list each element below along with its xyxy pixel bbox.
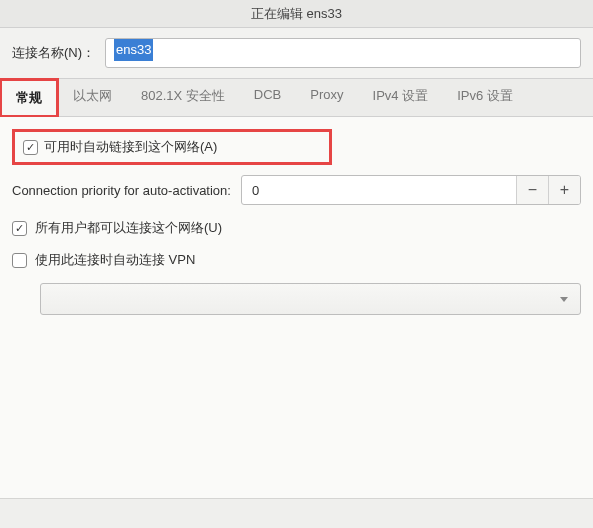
window-footer	[0, 498, 593, 528]
vpn-select	[40, 283, 581, 315]
chevron-down-icon	[560, 297, 568, 302]
tab-8021x-security[interactable]: 802.1X 安全性	[127, 79, 240, 116]
connection-name-input[interactable]: ens33	[105, 38, 581, 68]
tab-bar: 常规 以太网 802.1X 安全性 DCB Proxy IPv4 设置 IPv6…	[0, 78, 593, 117]
connection-name-value: ens33	[114, 39, 153, 61]
window-title: 正在编辑 ens33	[251, 5, 342, 23]
window-titlebar: 正在编辑 ens33	[0, 0, 593, 28]
tab-content-general: 可用时自动链接到这个网络(A) Connection priority for …	[0, 117, 593, 498]
connection-name-label: 连接名称(N)：	[12, 44, 95, 62]
auto-vpn-label: 使用此连接时自动连接 VPN	[35, 251, 195, 269]
tab-dcb[interactable]: DCB	[240, 79, 296, 116]
priority-value[interactable]: 0	[242, 176, 516, 204]
auto-vpn-row: 使用此连接时自动连接 VPN	[12, 251, 581, 269]
tab-ipv6[interactable]: IPv6 设置	[443, 79, 528, 116]
tab-general[interactable]: 常规	[2, 81, 56, 115]
auto-connect-label: 可用时自动链接到这个网络(A)	[44, 138, 217, 156]
priority-row: Connection priority for auto-activation:…	[12, 175, 581, 205]
all-users-label: 所有用户都可以连接这个网络(U)	[35, 219, 222, 237]
highlight-auto-connect-row: 可用时自动链接到这个网络(A)	[12, 129, 332, 165]
auto-vpn-checkbox[interactable]	[12, 253, 27, 268]
all-users-checkbox[interactable]	[12, 221, 27, 236]
edit-connection-window: 正在编辑 ens33 连接名称(N)： ens33 常规 以太网 802.1X …	[0, 0, 593, 528]
connection-name-row: 连接名称(N)： ens33	[0, 28, 593, 78]
priority-spinner[interactable]: 0 − +	[241, 175, 581, 205]
priority-label: Connection priority for auto-activation:	[12, 183, 231, 198]
priority-increment-button[interactable]: +	[548, 176, 580, 204]
auto-connect-checkbox[interactable]	[23, 140, 38, 155]
all-users-row: 所有用户都可以连接这个网络(U)	[12, 219, 581, 237]
highlight-tab-general: 常规	[0, 78, 59, 117]
tab-ethernet[interactable]: 以太网	[59, 79, 127, 116]
tab-proxy[interactable]: Proxy	[296, 79, 358, 116]
tab-ipv4[interactable]: IPv4 设置	[359, 79, 444, 116]
priority-decrement-button[interactable]: −	[516, 176, 548, 204]
